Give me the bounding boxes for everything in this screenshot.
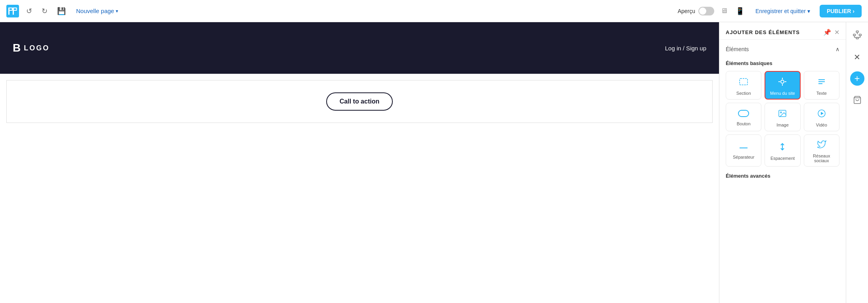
image-icon (778, 109, 787, 120)
site-header: B LOGO Log in / Sign up (0, 22, 719, 74)
reseaux-sociaux-label: Réseaux sociaux (807, 153, 836, 163)
add-element-button[interactable]: + (850, 71, 864, 86)
elements-collapse-toggle[interactable]: Éléments ∧ (726, 44, 839, 56)
main-area: B LOGO Log in / Sign up Call to action A… (0, 22, 868, 303)
espacement-label: Espacement (770, 156, 795, 161)
right-sidebar: ✕ + (846, 22, 868, 303)
element-item-menu-du-site[interactable]: Menu du site (765, 71, 800, 100)
desktop-view-button[interactable]: 🖥 (719, 5, 729, 17)
site-nav: Log in / Sign up (665, 45, 706, 52)
svg-rect-12 (856, 31, 858, 33)
sitemap-button[interactable] (849, 27, 865, 43)
svg-rect-0 (740, 79, 748, 85)
apercu-toggle[interactable] (698, 7, 714, 15)
element-item-bouton[interactable]: Bouton (726, 103, 761, 131)
canvas-inner: B LOGO Log in / Sign up Call to action (0, 22, 719, 303)
separateur-label: Séparateur (733, 155, 754, 159)
element-item-reseaux-sociaux[interactable]: Réseaux sociaux (804, 134, 839, 167)
element-item-texte[interactable]: Texte (804, 71, 839, 100)
undo-button[interactable]: ↺ (24, 5, 34, 17)
elements-grid: SectionMenu du siteTexteBoutonImageVidéo… (719, 69, 846, 170)
svg-marker-9 (821, 112, 824, 115)
close-panel-button[interactable]: ✕ (834, 29, 839, 36)
svg-point-7 (780, 112, 782, 113)
cart-button[interactable] (849, 92, 865, 108)
image-label: Image (776, 123, 789, 127)
panel-header: AJOUTER DES ÉLÉMENTS 📌 ✕ (719, 22, 846, 40)
cta-button[interactable]: Call to action (326, 92, 393, 111)
mobile-view-button[interactable]: 📱 (734, 5, 746, 17)
video-icon (817, 109, 826, 120)
element-item-video[interactable]: Vidéo (804, 103, 839, 131)
svg-point-1 (781, 80, 784, 83)
app-logo (6, 5, 19, 17)
bouton-label: Bouton (737, 121, 751, 126)
element-item-section[interactable]: Section (726, 71, 761, 100)
pin-panel-button[interactable]: 📌 (823, 29, 831, 36)
redo-button[interactable]: ↻ (39, 5, 50, 17)
save-button[interactable]: 💾 (55, 5, 68, 17)
logo-text: LOGO (24, 44, 50, 52)
separateur-icon (739, 143, 748, 152)
bouton-icon (738, 110, 749, 119)
canvas: B LOGO Log in / Sign up Call to action (0, 22, 719, 303)
section-icon (739, 77, 748, 88)
logo-icon: B (13, 42, 20, 54)
element-item-separateur[interactable]: Séparateur (726, 134, 761, 167)
menu-du-site-label: Menu du site (770, 91, 795, 96)
svg-rect-13 (853, 34, 855, 36)
element-item-espacement[interactable]: Espacement (765, 134, 800, 167)
panel-header-icons: 📌 ✕ (823, 29, 839, 36)
apercu-toggle-group: Aperçu (678, 7, 714, 15)
elements-section: Éléments ∧ (719, 40, 846, 57)
toolbar: ↺ ↻ 💾 Nouvelle page ▾ Aperçu 🖥 📱 Enregis… (0, 0, 868, 22)
svg-rect-5 (738, 110, 749, 117)
site-logo: B LOGO (13, 42, 50, 54)
video-label: Vidéo (816, 123, 827, 127)
reseaux-sociaux-icon (817, 140, 826, 151)
avances-section-title: Éléments avancés (719, 170, 846, 182)
publier-button[interactable]: PUBLIER › (820, 5, 862, 17)
element-item-image[interactable]: Image (765, 103, 800, 131)
espacement-icon (778, 142, 787, 153)
close-sidebar-button[interactable]: ✕ (849, 49, 865, 65)
cta-section: Call to action (6, 80, 713, 123)
menu-du-site-icon (778, 77, 787, 88)
section-label: Section (736, 91, 751, 96)
svg-rect-14 (859, 34, 861, 36)
panel-title: AJOUTER DES ÉLÉMENTS (726, 29, 800, 35)
page-name-selector[interactable]: Nouvelle page ▾ (73, 6, 121, 16)
add-elements-panel: AJOUTER DES ÉLÉMENTS 📌 ✕ Éléments ∧ Élém… (719, 22, 846, 303)
texte-label: Texte (816, 91, 827, 96)
basiques-section-title: Éléments basiques (719, 57, 846, 69)
enregistrer-button[interactable]: Enregistrer et quitter ▾ (751, 5, 815, 17)
texte-icon (817, 77, 826, 88)
